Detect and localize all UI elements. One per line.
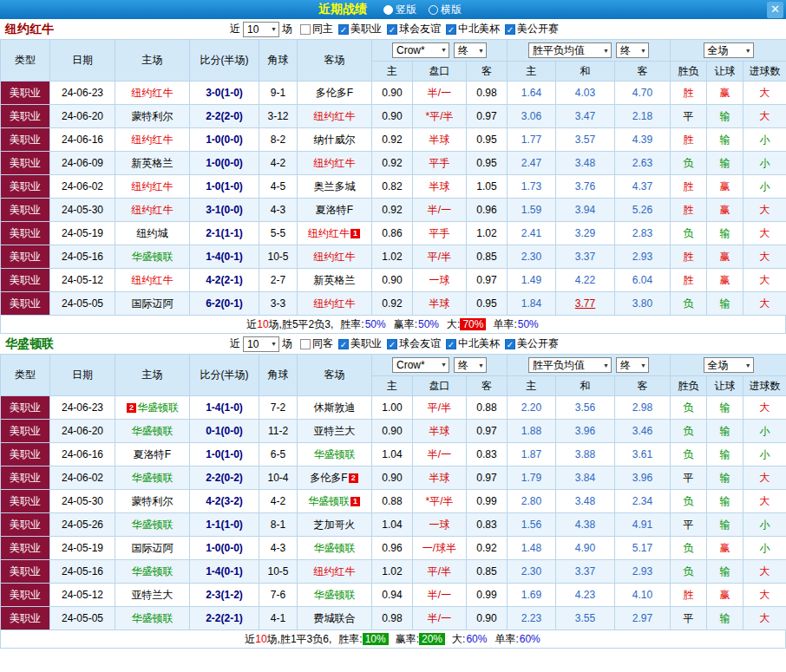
layout-option-horizontal[interactable]: 横版	[429, 3, 462, 17]
away-team-name[interactable]: 新英格兰	[314, 274, 356, 286]
filter-club-friendly[interactable]: 球会友谊	[387, 22, 441, 36]
away-team-name[interactable]: 纽约红牛	[308, 227, 350, 239]
home-team-name[interactable]: 新英格兰	[132, 157, 174, 169]
home-team-name[interactable]: 华盛顿联	[132, 612, 174, 624]
home-team-name[interactable]: 华盛顿联	[132, 425, 174, 437]
away-team-name[interactable]: 休斯敦迪	[314, 401, 356, 414]
goals-cell: 大	[743, 396, 786, 420]
home-team-name[interactable]: 蒙特利尔	[132, 495, 174, 507]
date-cell: 24-05-16	[50, 560, 115, 584]
asian-away-odds: 0.97	[467, 269, 508, 292]
away-team-name[interactable]: 亚特兰大	[314, 425, 356, 437]
team-name[interactable]: 华盛顿联	[5, 336, 54, 352]
home-team-name[interactable]: 华盛顿联	[132, 472, 174, 484]
away-team-name[interactable]: 纽约红牛	[314, 251, 356, 263]
home-team-name[interactable]: 华盛顿联	[132, 565, 174, 577]
corners-cell: 4-3	[259, 199, 298, 222]
away-team-name[interactable]: 奥兰多城	[314, 180, 356, 192]
filter-concacaf-cup[interactable]: 中北美杯	[446, 336, 500, 351]
euro-home-odds: 1.64	[508, 82, 556, 105]
match-row: 美职业 24-06-20 蒙特利尔 2-2(2-0) 3-12 纽约红牛 0.9…	[1, 105, 786, 128]
euro-away-odds: 5.26	[615, 199, 671, 222]
filter-same-venue[interactable]: 同主	[300, 22, 333, 36]
handicap-result-cell: 赢	[707, 199, 743, 222]
col-header-asian-line: 盘口	[413, 62, 467, 82]
home-team-name[interactable]: 国际迈阿	[132, 297, 174, 310]
away-team-name[interactable]: 芝加哥火	[314, 519, 356, 531]
team-name[interactable]: 纽约红牛	[5, 22, 54, 37]
home-team-name[interactable]: 夏洛特F	[134, 448, 171, 460]
home-team-name[interactable]: 华盛顿联	[132, 519, 174, 531]
home-team-name[interactable]: 纽约红牛	[132, 180, 174, 192]
asian-away-odds: 0.83	[467, 513, 508, 537]
away-team-name[interactable]: 纽约红牛	[314, 297, 356, 310]
asian-home-odds: 0.92	[372, 128, 413, 152]
match-count-select[interactable]: 10▼	[243, 22, 279, 37]
score-cell: 4-2(3-2)	[190, 490, 259, 513]
home-team-name[interactable]: 亚特兰大	[132, 589, 174, 601]
avg-odds-select[interactable]: 胜平负均值▼	[528, 42, 612, 58]
home-team-name[interactable]: 纽约红牛	[132, 204, 174, 216]
bookmaker-select[interactable]: Crow*▼	[392, 42, 449, 58]
asian-odds-controls: Crow*▼终▼	[372, 40, 508, 62]
away-team-name[interactable]: 华盛顿联	[314, 542, 356, 554]
result-cell: 胜	[671, 199, 707, 222]
away-team-name[interactable]: 纽约红牛	[314, 110, 356, 122]
scope-select[interactable]: 全场▼	[704, 42, 754, 58]
chevron-down-icon: ▼	[478, 48, 484, 54]
date-cell: 24-05-30	[50, 199, 115, 222]
euro-home-odds: 1.56	[508, 513, 556, 537]
select-value: 终	[620, 43, 631, 58]
avg-odds-select[interactable]: 胜平负均值▼	[528, 357, 612, 373]
away-team-name[interactable]: 多伦多F	[316, 87, 353, 99]
home-team-name[interactable]: 纽约红牛	[132, 274, 174, 286]
away-team-name[interactable]: 夏洛特F	[316, 204, 353, 216]
away-team-name[interactable]: 华盛顿联	[308, 495, 350, 507]
euro-final-select[interactable]: 终▼	[616, 42, 649, 58]
home-team-name[interactable]: 华盛顿联	[137, 401, 179, 414]
asian-home-odds: 1.02	[372, 245, 413, 269]
filter-same-venue[interactable]: 同客	[300, 336, 333, 351]
match-count-select[interactable]: 10▼	[243, 336, 279, 352]
filter-concacaf-cup[interactable]: 中北美杯	[446, 22, 500, 36]
home-team-name[interactable]: 国际迈阿	[132, 542, 174, 554]
filter-label: 美职业	[350, 22, 382, 36]
away-team-name[interactable]: 华盛顿联	[314, 448, 356, 460]
filter-us-open-cup[interactable]: 美公开赛	[505, 336, 559, 351]
asian-final-select[interactable]: 终▼	[454, 42, 487, 58]
asian-final-select[interactable]: 终▼	[454, 357, 487, 373]
over-rate-stat: 大:60%	[452, 632, 488, 647]
away-team-name[interactable]: 纳什威尔	[314, 134, 356, 146]
home-team-name[interactable]: 蒙特利尔	[132, 110, 174, 122]
away-team-name[interactable]: 纽约红牛	[314, 157, 356, 169]
handicap-result-cell: 赢	[707, 82, 743, 105]
filter-mls[interactable]: 美职业	[338, 336, 382, 351]
result-cell: 胜	[671, 245, 707, 269]
euro-final-select[interactable]: 终▼	[616, 357, 649, 373]
scope-select[interactable]: 全场▼	[704, 357, 754, 373]
filter-label: 同主	[312, 22, 333, 36]
away-team-name[interactable]: 纽约红牛	[314, 565, 356, 577]
layout-option-vertical[interactable]: 竖版	[383, 3, 416, 17]
filter-us-open-cup[interactable]: 美公开赛	[505, 22, 559, 36]
away-team-name[interactable]: 费城联合	[314, 612, 356, 624]
away-team-cell: 多伦多F	[298, 82, 372, 105]
filter-club-friendly[interactable]: 球会友谊	[387, 336, 441, 351]
result-cell: 平	[671, 513, 707, 537]
close-icon[interactable]: ✕	[767, 2, 783, 18]
home-team-name[interactable]: 纽约城	[137, 227, 168, 239]
away-team-name[interactable]: 华盛顿联	[314, 589, 356, 601]
home-team-name[interactable]: 华盛顿联	[132, 251, 174, 263]
filter-label: 美公开赛	[517, 22, 559, 36]
home-team-name[interactable]: 纽约红牛	[132, 87, 174, 99]
away-team-cell: 夏洛特F	[298, 199, 372, 222]
home-team-name[interactable]: 纽约红牛	[132, 134, 174, 146]
date-cell: 24-06-16	[50, 128, 115, 152]
chevron-down-icon: ▼	[745, 48, 751, 54]
bookmaker-select[interactable]: Crow*▼	[392, 357, 449, 373]
filter-mls[interactable]: 美职业	[338, 22, 382, 36]
score-cell: 2-3(1-2)	[190, 584, 259, 607]
away-team-name[interactable]: 多伦多F	[310, 472, 347, 484]
date-cell: 24-05-12	[50, 584, 115, 607]
date-cell: 24-06-02	[50, 175, 115, 199]
